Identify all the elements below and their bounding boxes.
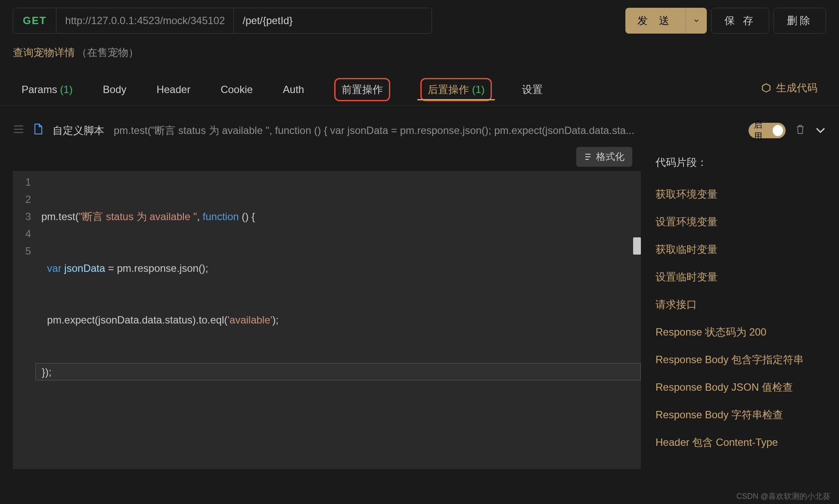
code-editor[interactable]: 1 2 3 4 5 pm.test("断言 status 为 available… (13, 171, 641, 469)
toggle-knob (773, 125, 783, 136)
collapse-button[interactable] (815, 124, 826, 137)
line-number: 1 (13, 174, 31, 191)
path-input[interactable]: /pet/{petId} (233, 8, 432, 33)
script-controls: 启用 (749, 123, 826, 138)
script-header: 自定义脚本 pm.test("断言 status 为 available ", … (13, 123, 826, 138)
base-url-input[interactable]: http://127.0.0.1:4523/mock/345102 (56, 8, 233, 33)
tab-count: (1) (472, 84, 485, 95)
request-bar: GET http://127.0.0.1:4523/mock/345102 /p… (0, 0, 839, 38)
enable-toggle[interactable]: 启用 (749, 123, 786, 138)
line-number: 3 (13, 208, 31, 225)
http-method-select[interactable]: GET (13, 15, 56, 27)
snippet-sidebar: 代码片段： 获取环境变量 设置环境变量 获取临时变量 设置临时变量 请求接口 R… (641, 147, 826, 469)
editor-pane: 格式化 1 2 3 4 5 pm.test("断言 status 为 avail… (13, 147, 641, 469)
snippets-title: 代码片段： (656, 156, 817, 169)
format-label: 格式化 (596, 150, 625, 163)
tab-settings[interactable]: 设置 (522, 77, 543, 105)
snippet-item[interactable]: Response Body JSON 值检查 (656, 373, 817, 401)
chevron-down-icon (693, 17, 700, 24)
watermark: CSDN @喜欢软测的小北葵 (736, 491, 830, 501)
tab-params[interactable]: Params (1) (22, 78, 73, 104)
generate-code-label: 生成代码 (776, 81, 817, 95)
format-button[interactable]: 格式化 (576, 147, 632, 167)
tab-header[interactable]: Header (156, 78, 190, 104)
format-icon (584, 153, 592, 161)
editor-gutter: 1 2 3 4 5 (13, 171, 35, 469)
snippet-item[interactable]: 请求接口 (656, 291, 817, 318)
snippet-item[interactable]: 设置临时变量 (656, 263, 817, 291)
tab-body[interactable]: Body (103, 78, 127, 104)
save-button[interactable]: 保 存 (711, 8, 769, 34)
script-type-label: 自定义脚本 (53, 124, 104, 137)
delete-button[interactable]: 删除 (774, 8, 826, 34)
url-group: GET http://127.0.0.1:4523/mock/345102 /p… (13, 8, 432, 34)
tab-label: Params (22, 84, 57, 95)
line-number: 5 (13, 243, 31, 260)
snippet-item[interactable]: Header 包含 Content-Type (656, 429, 817, 456)
cube-icon (761, 82, 772, 93)
editor-scrollbar[interactable] (633, 237, 641, 255)
snippet-item[interactable]: Response 状态码为 200 (656, 318, 817, 346)
drag-handle-icon[interactable] (13, 124, 24, 137)
tab-auth[interactable]: Auth (283, 78, 304, 104)
api-title-row: 查询宠物详情 （在售宠物） (0, 38, 839, 59)
send-button[interactable]: 发 送 (625, 8, 707, 34)
script-preview: pm.test("断言 status 为 available ", functi… (114, 124, 634, 137)
tab-post-request[interactable]: 后置操作 (1) (420, 78, 492, 101)
snippet-item[interactable]: Response Body 包含字指定符串 (656, 346, 817, 373)
code-body[interactable]: pm.test("断言 status 为 available ", functi… (35, 171, 641, 469)
api-subtitle: （在售宠物） (77, 46, 139, 59)
line-number: 2 (13, 191, 31, 208)
snippet-item[interactable]: 获取环境变量 (656, 180, 817, 208)
send-dropdown[interactable] (686, 8, 707, 34)
snippet-item[interactable]: 设置环境变量 (656, 208, 817, 236)
snippet-item[interactable]: Response Body 字符串检查 (656, 401, 817, 429)
tabs-row: Params (1) Body Header Cookie Auth 前置操作 … (0, 59, 839, 106)
document-icon (34, 124, 43, 137)
snippet-item[interactable]: 获取临时变量 (656, 236, 817, 263)
line-number: 4 (13, 225, 31, 243)
tab-label: 后置操作 (428, 84, 469, 95)
generate-code-button[interactable]: 生成代码 (761, 81, 817, 101)
main-area: 格式化 1 2 3 4 5 pm.test("断言 status 为 avail… (13, 147, 826, 469)
delete-script-button[interactable] (795, 124, 805, 137)
toggle-label: 启用 (754, 119, 769, 142)
api-title: 查询宠物详情 (13, 46, 75, 59)
tab-pre-request[interactable]: 前置操作 (334, 78, 390, 101)
tab-cookie[interactable]: Cookie (221, 78, 253, 104)
tab-count: (1) (60, 84, 72, 95)
send-button-label: 发 送 (625, 14, 686, 28)
